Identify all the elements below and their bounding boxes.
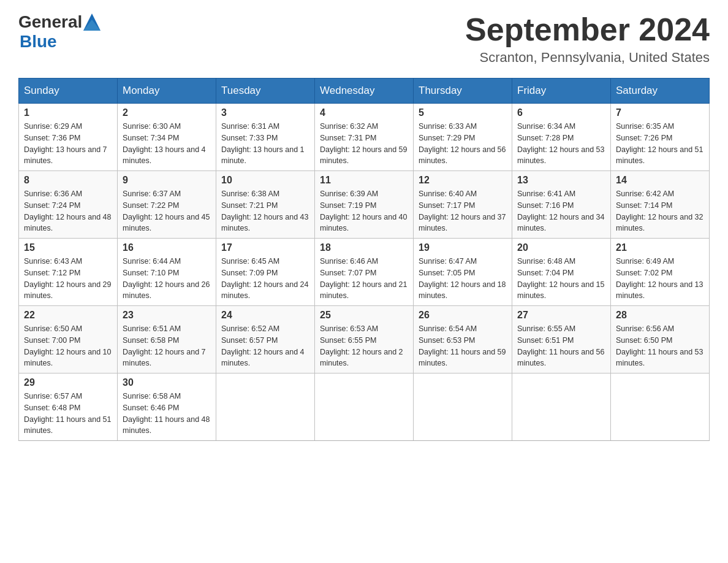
day-info: Sunrise: 6:48 AMSunset: 7:04 PMDaylight:… bbox=[517, 256, 605, 302]
logo-triangle-icon bbox=[83, 13, 100, 31]
day-info: Sunrise: 6:34 AMSunset: 7:28 PMDaylight:… bbox=[517, 121, 605, 167]
calendar-cell: 1Sunrise: 6:29 AMSunset: 7:36 PMDaylight… bbox=[19, 104, 118, 171]
calendar-cell: 21Sunrise: 6:49 AMSunset: 7:02 PMDayligh… bbox=[611, 239, 710, 306]
day-number: 10 bbox=[221, 175, 309, 186]
calendar-cell: 9Sunrise: 6:37 AMSunset: 7:22 PMDaylight… bbox=[118, 171, 216, 239]
day-number: 27 bbox=[517, 310, 605, 321]
day-info: Sunrise: 6:46 AMSunset: 7:07 PMDaylight:… bbox=[320, 256, 408, 302]
day-info: Sunrise: 6:32 AMSunset: 7:31 PMDaylight:… bbox=[320, 121, 408, 167]
calendar-cell bbox=[611, 373, 710, 441]
day-info: Sunrise: 6:41 AMSunset: 7:16 PMDaylight:… bbox=[517, 188, 605, 234]
day-number: 5 bbox=[419, 107, 507, 118]
calendar-cell: 20Sunrise: 6:48 AMSunset: 7:04 PMDayligh… bbox=[512, 239, 611, 306]
logo: General Blue bbox=[18, 12, 100, 52]
calendar-cell bbox=[512, 373, 611, 441]
day-info: Sunrise: 6:58 AMSunset: 6:46 PMDaylight:… bbox=[123, 391, 211, 437]
day-info: Sunrise: 6:33 AMSunset: 7:29 PMDaylight:… bbox=[419, 121, 507, 167]
column-header-wednesday: Wednesday bbox=[315, 79, 414, 104]
day-info: Sunrise: 6:40 AMSunset: 7:17 PMDaylight:… bbox=[419, 188, 507, 234]
day-number: 11 bbox=[320, 175, 408, 186]
day-number: 18 bbox=[320, 242, 408, 253]
day-info: Sunrise: 6:56 AMSunset: 6:50 PMDaylight:… bbox=[616, 323, 704, 369]
column-header-thursday: Thursday bbox=[414, 79, 512, 104]
calendar-cell bbox=[315, 373, 414, 441]
day-number: 2 bbox=[123, 107, 211, 118]
day-info: Sunrise: 6:39 AMSunset: 7:19 PMDaylight:… bbox=[320, 188, 408, 234]
day-info: Sunrise: 6:50 AMSunset: 7:00 PMDaylight:… bbox=[24, 323, 112, 369]
day-info: Sunrise: 6:30 AMSunset: 7:34 PMDaylight:… bbox=[123, 121, 211, 167]
calendar-cell: 17Sunrise: 6:45 AMSunset: 7:09 PMDayligh… bbox=[216, 239, 315, 306]
day-number: 7 bbox=[616, 107, 704, 118]
calendar-cell: 2Sunrise: 6:30 AMSunset: 7:34 PMDaylight… bbox=[118, 104, 216, 171]
calendar-cell: 7Sunrise: 6:35 AMSunset: 7:26 PMDaylight… bbox=[611, 104, 710, 171]
column-header-saturday: Saturday bbox=[611, 79, 710, 104]
logo-general: General bbox=[18, 12, 82, 32]
calendar-cell: 8Sunrise: 6:36 AMSunset: 7:24 PMDaylight… bbox=[19, 171, 118, 239]
calendar-cell: 11Sunrise: 6:39 AMSunset: 7:19 PMDayligh… bbox=[315, 171, 414, 239]
title-block: September 2024 Scranton, Pennsylvania, U… bbox=[465, 12, 710, 66]
calendar-cell: 4Sunrise: 6:32 AMSunset: 7:31 PMDaylight… bbox=[315, 104, 414, 171]
day-number: 17 bbox=[221, 242, 309, 253]
day-info: Sunrise: 6:51 AMSunset: 6:58 PMDaylight:… bbox=[123, 323, 211, 369]
column-header-friday: Friday bbox=[512, 79, 611, 104]
day-info: Sunrise: 6:54 AMSunset: 6:53 PMDaylight:… bbox=[419, 323, 507, 369]
day-number: 20 bbox=[517, 242, 605, 253]
day-info: Sunrise: 6:45 AMSunset: 7:09 PMDaylight:… bbox=[221, 256, 309, 302]
day-info: Sunrise: 6:29 AMSunset: 7:36 PMDaylight:… bbox=[24, 121, 112, 167]
day-info: Sunrise: 6:31 AMSunset: 7:33 PMDaylight:… bbox=[221, 121, 309, 167]
calendar-cell: 12Sunrise: 6:40 AMSunset: 7:17 PMDayligh… bbox=[414, 171, 512, 239]
calendar-cell: 22Sunrise: 6:50 AMSunset: 7:00 PMDayligh… bbox=[19, 306, 118, 373]
day-number: 21 bbox=[616, 242, 704, 253]
page-header: General Blue September 2024 Scranton, Pe… bbox=[18, 12, 710, 66]
calendar-cell: 10Sunrise: 6:38 AMSunset: 7:21 PMDayligh… bbox=[216, 171, 315, 239]
day-number: 12 bbox=[419, 175, 507, 186]
day-info: Sunrise: 6:49 AMSunset: 7:02 PMDaylight:… bbox=[616, 256, 704, 302]
day-info: Sunrise: 6:36 AMSunset: 7:24 PMDaylight:… bbox=[24, 188, 112, 234]
calendar-cell: 30Sunrise: 6:58 AMSunset: 6:46 PMDayligh… bbox=[118, 373, 216, 441]
day-info: Sunrise: 6:42 AMSunset: 7:14 PMDaylight:… bbox=[616, 188, 704, 234]
column-header-tuesday: Tuesday bbox=[216, 79, 315, 104]
calendar-cell: 16Sunrise: 6:44 AMSunset: 7:10 PMDayligh… bbox=[118, 239, 216, 306]
day-info: Sunrise: 6:57 AMSunset: 6:48 PMDaylight:… bbox=[24, 391, 112, 437]
calendar-cell: 25Sunrise: 6:53 AMSunset: 6:55 PMDayligh… bbox=[315, 306, 414, 373]
calendar-cell: 5Sunrise: 6:33 AMSunset: 7:29 PMDaylight… bbox=[414, 104, 512, 171]
calendar-body: 1Sunrise: 6:29 AMSunset: 7:36 PMDaylight… bbox=[19, 104, 710, 441]
calendar-cell bbox=[414, 373, 512, 441]
calendar-cell: 18Sunrise: 6:46 AMSunset: 7:07 PMDayligh… bbox=[315, 239, 414, 306]
calendar-cell: 28Sunrise: 6:56 AMSunset: 6:50 PMDayligh… bbox=[611, 306, 710, 373]
calendar-week-row: 8Sunrise: 6:36 AMSunset: 7:24 PMDaylight… bbox=[19, 171, 710, 239]
day-info: Sunrise: 6:35 AMSunset: 7:26 PMDaylight:… bbox=[616, 121, 704, 167]
calendar-table: SundayMondayTuesdayWednesdayThursdayFrid… bbox=[18, 78, 710, 441]
day-number: 16 bbox=[123, 242, 211, 253]
header-row: SundayMondayTuesdayWednesdayThursdayFrid… bbox=[19, 79, 710, 104]
day-number: 28 bbox=[616, 310, 704, 321]
column-header-sunday: Sunday bbox=[19, 79, 118, 104]
day-info: Sunrise: 6:53 AMSunset: 6:55 PMDaylight:… bbox=[320, 323, 408, 369]
calendar-week-row: 15Sunrise: 6:43 AMSunset: 7:12 PMDayligh… bbox=[19, 239, 710, 306]
day-number: 22 bbox=[24, 310, 112, 321]
day-number: 25 bbox=[320, 310, 408, 321]
day-number: 6 bbox=[517, 107, 605, 118]
day-number: 30 bbox=[123, 377, 211, 388]
calendar-cell: 14Sunrise: 6:42 AMSunset: 7:14 PMDayligh… bbox=[611, 171, 710, 239]
day-number: 15 bbox=[24, 242, 112, 253]
day-info: Sunrise: 6:52 AMSunset: 6:57 PMDaylight:… bbox=[221, 323, 309, 369]
calendar-cell: 15Sunrise: 6:43 AMSunset: 7:12 PMDayligh… bbox=[19, 239, 118, 306]
calendar-cell: 26Sunrise: 6:54 AMSunset: 6:53 PMDayligh… bbox=[414, 306, 512, 373]
day-number: 3 bbox=[221, 107, 309, 118]
day-info: Sunrise: 6:55 AMSunset: 6:51 PMDaylight:… bbox=[517, 323, 605, 369]
calendar-cell: 23Sunrise: 6:51 AMSunset: 6:58 PMDayligh… bbox=[118, 306, 216, 373]
calendar-week-row: 1Sunrise: 6:29 AMSunset: 7:36 PMDaylight… bbox=[19, 104, 710, 171]
day-info: Sunrise: 6:37 AMSunset: 7:22 PMDaylight:… bbox=[123, 188, 211, 234]
calendar-week-row: 22Sunrise: 6:50 AMSunset: 7:00 PMDayligh… bbox=[19, 306, 710, 373]
calendar-week-row: 29Sunrise: 6:57 AMSunset: 6:48 PMDayligh… bbox=[19, 373, 710, 441]
day-number: 13 bbox=[517, 175, 605, 186]
month-title: September 2024 bbox=[465, 12, 710, 47]
calendar-header: SundayMondayTuesdayWednesdayThursdayFrid… bbox=[19, 79, 710, 104]
day-number: 23 bbox=[123, 310, 211, 321]
calendar-cell bbox=[216, 373, 315, 441]
day-info: Sunrise: 6:43 AMSunset: 7:12 PMDaylight:… bbox=[24, 256, 112, 302]
day-number: 9 bbox=[123, 175, 211, 186]
logo-blue: Blue bbox=[20, 32, 57, 51]
calendar-cell: 13Sunrise: 6:41 AMSunset: 7:16 PMDayligh… bbox=[512, 171, 611, 239]
